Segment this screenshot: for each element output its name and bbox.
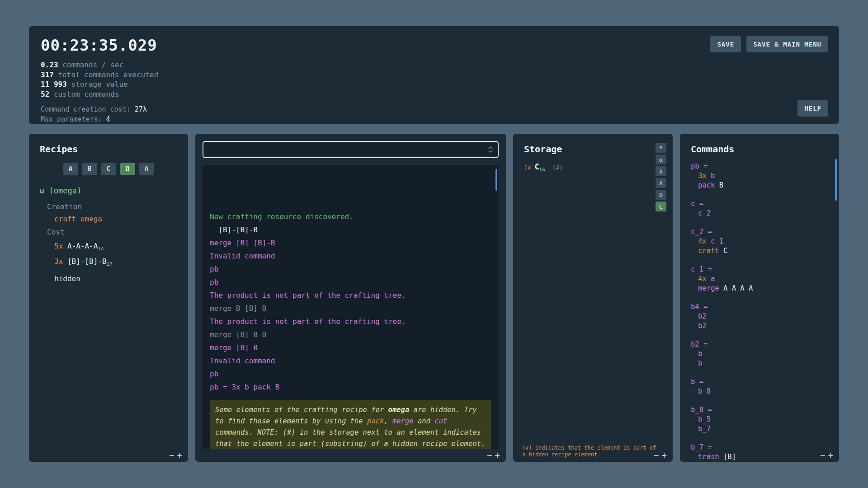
command-text: pack	[698, 181, 719, 189]
recipes-tab-Λ[interactable]: Λ	[139, 163, 154, 175]
command-name: b_8 =	[691, 405, 828, 415]
command-entry: pb =3x bpack B	[691, 162, 828, 190]
timer: 00:23:35.029	[41, 36, 827, 54]
console-line: merge [B] [B]-B	[210, 236, 491, 249]
meta-row: Max parameters: 4	[41, 115, 827, 125]
recipe-creation-value: craft omega	[40, 215, 177, 223]
command-entry: b2 =bb	[691, 340, 828, 368]
console-line-text: Invalid command	[210, 252, 275, 260]
recipe-hidden-label: hidden	[40, 274, 177, 283]
command-line: b2	[691, 321, 828, 331]
stat-label: total commands executed	[58, 70, 159, 79]
command-line: 3x b	[691, 171, 828, 181]
storage-filter-λ[interactable]: λ	[656, 166, 666, 176]
console-line-text: pb	[210, 370, 218, 378]
command-line: 4x c_1	[691, 237, 828, 246]
recipes-tab-A[interactable]: A	[63, 163, 78, 175]
storage-title: Storage	[524, 144, 662, 155]
recipe-name: ω (omega)	[40, 186, 177, 195]
recipes-panel: Recipes ABCΩΛ ω (omega) Creation craft o…	[29, 134, 188, 462]
console-line: The product is not part of the crafting …	[210, 289, 491, 302]
help-button[interactable]: HELP	[797, 100, 828, 117]
zoom-in-button[interactable]: +	[828, 450, 833, 460]
zoom-out-button[interactable]: −	[169, 450, 174, 460]
chevron-up-down-icon[interactable]	[488, 145, 493, 154]
cost-count: 17	[107, 261, 113, 267]
notice-text: cut	[434, 417, 447, 425]
storage-filter-*[interactable]: *	[656, 143, 666, 153]
console-notice: Some elements of the crafting recipe for…	[210, 400, 491, 449]
command-text: b	[698, 350, 702, 358]
stat-label: storage value	[71, 80, 127, 89]
commands-scrollbar-thumb[interactable]	[835, 159, 837, 201]
recipe-cost-row: 3x [B]-[B]-B17	[40, 255, 177, 271]
stat-value: 0.23	[41, 61, 58, 69]
header-stats: 0.23 commands / sec317 total commands ex…	[41, 60, 827, 99]
console-scrollbar-thumb[interactable]	[495, 169, 497, 191]
meta-value: 4	[106, 115, 110, 123]
storage-panel: Storage 1x C15 (#) *αλABC (#) indicates …	[513, 134, 673, 462]
zoom-in-button[interactable]: +	[495, 450, 500, 460]
page: 00:23:35.029 0.23 commands / sec317 tota…	[0, 0, 868, 462]
recipe-cost-row: 5x A-A-A-A14	[40, 240, 177, 255]
console-line-text: New crafting resource discovered.	[210, 212, 354, 221]
console-line: pb	[210, 276, 491, 289]
save-main-menu-button[interactable]: SAVE & MAIN MENU	[746, 36, 828, 52]
command-name: c_2 =	[691, 227, 828, 237]
main-row: Recipes ABCΩΛ ω (omega) Creation craft o…	[29, 134, 839, 462]
command-text: 4x	[698, 275, 711, 283]
storage-filter-A[interactable]: A	[656, 178, 666, 188]
zoom-out-button[interactable]: −	[654, 450, 659, 460]
recipe-cost-label: Cost	[40, 228, 177, 236]
storage-filter-B[interactable]: B	[656, 190, 666, 200]
command-name: b2 =	[691, 340, 828, 349]
zoom-out-button[interactable]: −	[487, 450, 492, 460]
command-entry: b_8 =b_5b_7	[691, 405, 828, 434]
notice-text: ,	[384, 417, 392, 425]
command-line: b	[691, 359, 828, 368]
notice-text: and	[414, 417, 435, 425]
meta-row: Command creation cost: 27λ	[41, 105, 827, 115]
console-line-text: pb	[210, 265, 218, 273]
command-text: b2	[698, 322, 707, 330]
console-line: Invalid command	[210, 249, 491, 263]
cost-item: A-A-A-A	[67, 242, 98, 250]
console-line: The product is not part of the crafting …	[210, 315, 491, 328]
console-input[interactable]	[208, 145, 488, 154]
stat-value: 11 993	[41, 80, 67, 89]
stat-row: 0.23 commands / sec	[41, 60, 827, 70]
command-entry: c_2 =4x c_1craft C	[691, 227, 828, 256]
command-name: b =	[691, 377, 828, 387]
recipes-tab-Ω[interactable]: Ω	[120, 163, 135, 175]
zoom-controls: − +	[654, 450, 667, 460]
stat-value: 52	[41, 90, 49, 99]
save-button[interactable]: SAVE	[710, 36, 741, 52]
zoom-out-button[interactable]: −	[820, 450, 825, 460]
console-line: Invalid command	[210, 354, 491, 367]
command-text: c_1	[711, 237, 723, 245]
console-line-text: merge [B] [B]-B	[210, 239, 275, 247]
zoom-controls: − +	[487, 450, 500, 460]
zoom-in-button[interactable]: +	[177, 450, 182, 460]
meta-label: Max parameters:	[41, 115, 106, 123]
cost-qty: 3x	[54, 257, 67, 266]
storage-note: (#) indicates that the element is part o…	[522, 445, 662, 458]
storage-filter-C[interactable]: C	[656, 202, 666, 211]
cost-count: 14	[98, 246, 104, 252]
recipes-tab-B[interactable]: B	[82, 163, 97, 175]
item-hidden-badge: (#)	[545, 164, 563, 171]
command-entry: b_7 =trash [B]	[691, 443, 828, 462]
command-text: [B]	[723, 453, 736, 461]
recipes-tab-C[interactable]: C	[101, 163, 116, 175]
stat-label: commands / sec	[62, 61, 123, 69]
recipes-title: Recipes	[40, 144, 177, 155]
console-output: New crafting resource discovered. [B]-[B…	[203, 165, 499, 449]
command-name: c_1 =	[691, 265, 828, 274]
storage-filter-α[interactable]: α	[656, 155, 666, 164]
meta-label: Command creation cost:	[41, 105, 135, 113]
storage-filters: *αλABC	[656, 143, 666, 211]
zoom-in-button[interactable]: +	[662, 450, 667, 460]
command-name: pb =	[691, 162, 828, 171]
console-line-text: Invalid command	[210, 357, 275, 365]
command-line: c_2	[691, 209, 828, 218]
